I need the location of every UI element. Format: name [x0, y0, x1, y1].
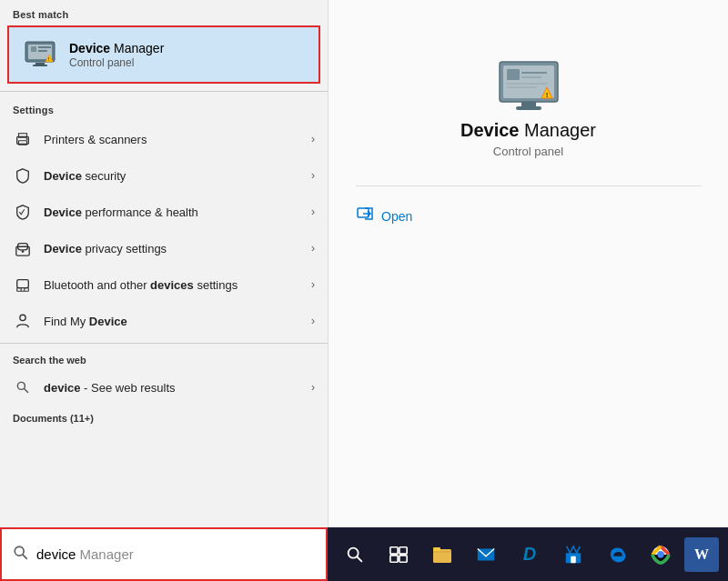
svg-rect-4 — [38, 50, 47, 52]
taskbar-dell[interactable]: D — [510, 535, 550, 575]
web-search-item[interactable]: device - See web results › — [0, 369, 328, 406]
best-match-item[interactable]: ! Device Manager Control panel — [7, 25, 320, 84]
open-icon — [356, 205, 374, 227]
svg-rect-48 — [571, 556, 576, 562]
settings-label: Settings — [0, 95, 328, 121]
right-panel-subtitle: Control panel — [493, 145, 563, 158]
settings-divider — [0, 91, 328, 92]
open-label: Open — [381, 209, 412, 224]
taskbar-mail[interactable] — [466, 535, 506, 575]
svg-rect-34 — [358, 208, 369, 217]
web-chevron-icon: › — [311, 381, 315, 394]
menu-text-device-security: Device security — [44, 169, 311, 183]
taskbar-store[interactable] — [553, 535, 593, 575]
svg-point-51 — [657, 551, 663, 557]
svg-rect-31 — [516, 106, 541, 110]
printer-icon — [13, 129, 33, 149]
menu-item-printers[interactable]: Printers & scanners › — [0, 121, 328, 157]
person-icon — [13, 311, 33, 331]
shield-health-icon — [13, 202, 33, 222]
svg-point-15 — [22, 250, 25, 253]
docs-label: Documents (11+) — [0, 406, 328, 427]
taskbar-chrome[interactable] — [641, 535, 681, 575]
chevron-icon: › — [311, 169, 315, 182]
svg-rect-42 — [390, 555, 398, 561]
menu-item-device-privacy[interactable]: Device privacy settings › — [0, 230, 328, 266]
menu-item-device-security[interactable]: Device security › — [0, 157, 328, 194]
chevron-icon: › — [311, 133, 315, 145]
menu-item-bluetooth[interactable]: Bluetooth and other devices settings › — [0, 266, 328, 303]
search-panel: Best match ! Device Manager Control pane… — [0, 0, 328, 527]
device-manager-icon: ! — [22, 36, 58, 73]
svg-point-12 — [26, 138, 28, 140]
svg-point-20 — [20, 315, 25, 320]
svg-rect-41 — [399, 546, 407, 553]
svg-line-22 — [25, 389, 28, 393]
device-manager-large-icon: ! — [496, 55, 561, 120]
menu-text-printers: Printers & scanners — [44, 133, 311, 146]
svg-rect-45 — [433, 547, 440, 551]
right-panel-title: Device Manager — [460, 120, 596, 141]
open-button[interactable]: Open — [356, 201, 412, 231]
svg-point-38 — [349, 547, 359, 557]
menu-item-find-my-device[interactable]: Find My Device › — [0, 303, 328, 339]
menu-text-device-privacy: Device privacy settings — [44, 242, 311, 255]
search-magnifier-icon — [13, 545, 29, 565]
taskbar-task-view[interactable] — [379, 535, 419, 575]
menu-text-device-performance: Device performance & health — [44, 205, 311, 219]
chevron-icon: › — [311, 242, 315, 255]
web-search-icon — [13, 377, 33, 397]
chevron-icon: › — [311, 205, 315, 218]
taskbar-search[interactable] — [335, 535, 375, 575]
taskbar-edge[interactable] — [597, 535, 637, 575]
svg-rect-6 — [33, 65, 47, 66]
svg-rect-2 — [31, 46, 36, 52]
svg-rect-40 — [390, 546, 398, 553]
shield-icon — [13, 165, 33, 185]
web-divider — [0, 343, 328, 344]
best-match-label: Best match — [0, 0, 328, 25]
svg-line-37 — [23, 555, 26, 558]
web-search-text: device - See web results — [44, 381, 311, 395]
taskbar-word[interactable]: W — [684, 537, 719, 572]
taskbar: D W — [328, 527, 728, 581]
right-panel: ! Device Manager Control panel Open — [328, 0, 728, 527]
menu-text-bluetooth: Bluetooth and other devices settings — [44, 278, 311, 292]
menu-item-device-performance[interactable]: Device performance & health › — [0, 194, 328, 230]
svg-rect-3 — [38, 46, 51, 48]
svg-rect-44 — [433, 549, 451, 563]
best-match-text: Device Manager Control panel — [69, 41, 164, 69]
chevron-icon: › — [311, 315, 315, 327]
search-bar[interactable]: device Manager — [0, 527, 328, 581]
svg-rect-43 — [399, 555, 407, 561]
taskbar-file-explorer[interactable] — [422, 535, 462, 575]
svg-rect-25 — [507, 69, 520, 80]
right-panel-divider — [356, 185, 702, 186]
web-section-label: Search the web — [0, 347, 328, 369]
privacy-icon — [13, 238, 33, 258]
svg-text:!: ! — [545, 91, 548, 99]
chevron-icon: › — [311, 278, 315, 291]
best-match-title: Device Manager — [69, 41, 164, 55]
best-match-subtitle: Control panel — [69, 56, 164, 69]
svg-line-39 — [358, 556, 362, 561]
bluetooth-icon — [13, 275, 33, 295]
search-text: device Manager — [36, 546, 134, 562]
menu-text-find-my-device: Find My Device — [44, 315, 311, 328]
svg-rect-16 — [17, 280, 29, 288]
